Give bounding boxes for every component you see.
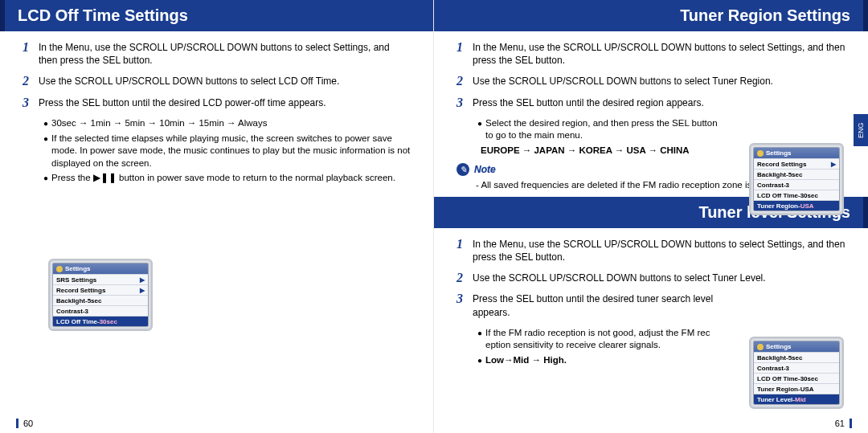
step-text: Press the SEL button until the desired t…: [473, 292, 725, 318]
bullet-icon: ●: [477, 327, 482, 352]
note-label: Note: [474, 164, 496, 175]
bullet-icon: ●: [43, 172, 48, 185]
step-number: 3: [23, 96, 34, 109]
step-number: 1: [23, 41, 34, 67]
step-text: Use the SCROLL UP/SCROLL DOWN buttons to…: [473, 75, 773, 88]
sub-text: If the selected time elapses while playi…: [51, 133, 411, 170]
sub-text: Select the desired region, and then pres…: [485, 117, 725, 142]
step-number: 1: [457, 41, 468, 67]
note-icon: ✎: [457, 163, 469, 176]
language-tab: ENG: [854, 114, 868, 146]
device-screenshot-level: SettingsBacklight-5secContrast-3LCD Off …: [749, 337, 844, 409]
sub-text: If the FM radio reception is not good, a…: [485, 327, 725, 352]
step-number: 2: [457, 272, 468, 284]
sub-text: 30sec → 1min → 5min → 10min → 15min → Al…: [51, 117, 411, 130]
bullet-icon: ●: [477, 354, 482, 367]
sub-text-bold: EUROPE → JAPAN → KOREA → USA → CHINA: [481, 145, 725, 157]
bullet-icon: ●: [43, 117, 48, 130]
step-text: Use the SCROLL UP/SCROLL DOWN buttons to…: [39, 75, 339, 88]
step-text: In the Menu, use the SCROLL UP/SCROLL DO…: [473, 238, 845, 263]
bullet-icon: ●: [477, 117, 482, 142]
step-text: Press the SEL button until the desired L…: [39, 96, 326, 109]
device-screenshot-lcd: SettingsSRS Settings▶Record Settings▶Bac…: [48, 259, 153, 331]
heading-tuner-region: Tuner Region Settings: [434, 0, 868, 31]
step-number: 3: [457, 292, 468, 318]
step-text: In the Menu, use the SCROLL UP/SCROLL DO…: [39, 41, 411, 67]
page-number-left: 60: [16, 419, 33, 428]
step-number: 2: [457, 75, 468, 88]
step-number: 2: [23, 75, 34, 88]
bullet-icon: ●: [43, 133, 48, 170]
step-text: Press the SEL button until the desired r…: [473, 96, 704, 109]
step-number: 3: [457, 96, 468, 109]
page-number-right: 61: [835, 419, 852, 428]
step-number: 1: [457, 238, 468, 263]
step-text: In the Menu, use the SCROLL UP/SCROLL DO…: [473, 41, 845, 67]
step-text: Use the SCROLL UP/SCROLL DOWN buttons to…: [473, 272, 766, 284]
heading-lcd-off: LCD Off Time Settings: [0, 0, 433, 31]
device-screenshot-region: SettingsRecord Settings▶Backlight-5secCo…: [749, 143, 844, 215]
sub-text: Press the ▶❚❚ button in power save mode …: [51, 172, 411, 185]
sub-text-bold: Low→Mid → High.: [485, 354, 725, 367]
